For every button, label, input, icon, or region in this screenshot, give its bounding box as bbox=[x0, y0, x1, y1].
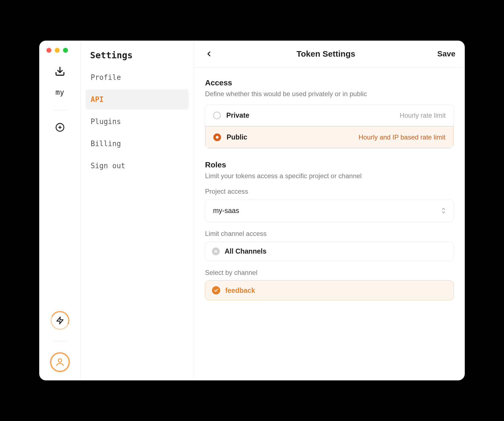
sidebar-item-label: Billing bbox=[91, 140, 121, 148]
access-option-label: Private bbox=[226, 111, 394, 119]
access-option-note: Hourly rate limit bbox=[400, 112, 446, 119]
minimize-window-button[interactable] bbox=[55, 48, 60, 53]
sidebar-item-label: Plugins bbox=[91, 117, 121, 126]
access-description: Define whether this would be used privat… bbox=[205, 90, 454, 98]
save-button[interactable]: Save bbox=[437, 49, 455, 58]
check-icon bbox=[212, 286, 220, 294]
project-shortcut[interactable]: my bbox=[56, 88, 64, 96]
sidebar-item-label: Profile bbox=[91, 73, 121, 81]
inbox-icon[interactable] bbox=[54, 65, 66, 77]
sidebar-item-label: Sign out bbox=[91, 162, 125, 170]
access-option-note: Hourly and IP based rate limit bbox=[359, 133, 445, 141]
main-content: Token Settings Save Access Define whethe… bbox=[194, 41, 465, 380]
app-window: my Settings Profile API Plugins Billing bbox=[39, 41, 465, 380]
quick-actions-button[interactable] bbox=[51, 311, 69, 330]
project-access-select[interactable]: my-saas bbox=[205, 199, 454, 222]
sidebar-item-plugins[interactable]: Plugins bbox=[86, 111, 189, 132]
svg-point-5 bbox=[58, 359, 62, 362]
access-radio-group: Private Hourly rate limit Public Hourly … bbox=[205, 104, 454, 148]
close-icon[interactable] bbox=[212, 248, 220, 255]
add-button[interactable] bbox=[54, 122, 66, 133]
sidebar-item-api[interactable]: API bbox=[86, 89, 189, 110]
chevron-up-down-icon bbox=[441, 208, 446, 214]
left-rail: my bbox=[39, 41, 81, 380]
sidebar-item-billing[interactable]: Billing bbox=[86, 133, 189, 154]
access-section: Access Define whether this would be used… bbox=[205, 78, 454, 148]
close-window-button[interactable] bbox=[46, 48, 51, 53]
roles-title: Roles bbox=[205, 160, 454, 169]
rail-divider bbox=[53, 110, 67, 110]
rail-divider bbox=[53, 341, 67, 341]
sidebar-item-label: API bbox=[91, 95, 104, 104]
channel-chip-feedback[interactable]: feedback bbox=[205, 280, 454, 300]
access-option-label: Public bbox=[227, 133, 353, 141]
limit-channel-chip[interactable]: All Channels bbox=[205, 241, 454, 261]
maximize-window-button[interactable] bbox=[63, 48, 68, 53]
window-controls bbox=[46, 48, 68, 53]
limit-channel-value: All Channels bbox=[225, 247, 266, 255]
radio-icon bbox=[213, 133, 221, 141]
back-button[interactable] bbox=[203, 48, 214, 59]
svg-marker-4 bbox=[57, 317, 63, 324]
limit-channel-label: Limit channel access bbox=[205, 230, 454, 238]
content-header: Token Settings Save bbox=[194, 41, 465, 67]
roles-section: Roles Limit your tokens access a specifi… bbox=[205, 160, 454, 300]
select-by-channel-label: Select by channel bbox=[205, 269, 454, 277]
content-body: Access Define whether this would be used… bbox=[194, 67, 465, 380]
roles-description: Limit your tokens access a specific proj… bbox=[205, 172, 454, 180]
settings-sidebar: Settings Profile API Plugins Billing Sig… bbox=[81, 41, 194, 380]
sidebar-item-signout[interactable]: Sign out bbox=[86, 156, 189, 176]
sidebar-item-profile[interactable]: Profile bbox=[86, 67, 189, 88]
project-access-label: Project access bbox=[205, 188, 454, 195]
sidebar-title: Settings bbox=[86, 47, 189, 67]
access-option-public[interactable]: Public Hourly and IP based rate limit bbox=[205, 126, 453, 148]
project-access-value: my-saas bbox=[213, 207, 239, 215]
access-title: Access bbox=[205, 78, 454, 87]
access-option-private[interactable]: Private Hourly rate limit bbox=[205, 105, 453, 126]
channel-chip-label: feedback bbox=[225, 286, 255, 294]
page-title: Token Settings bbox=[214, 49, 437, 59]
account-button[interactable] bbox=[50, 352, 70, 372]
radio-icon bbox=[213, 112, 221, 119]
